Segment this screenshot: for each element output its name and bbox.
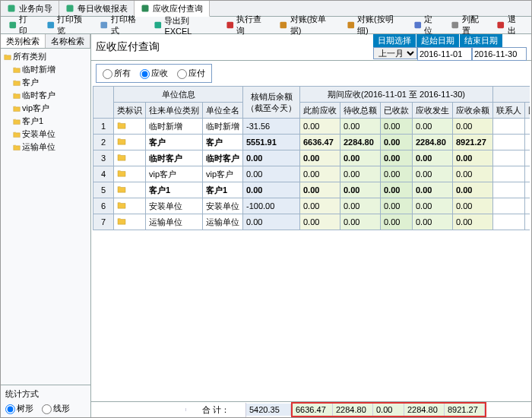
toolbar-0[interactable]: 打印 [4, 18, 40, 32]
total-prev: 6636.47 [293, 404, 333, 416]
table-row[interactable]: 2 客户客户 5551.91 6636.472284.80 0.002284.8… [93, 135, 530, 150]
date-start-input[interactable] [417, 47, 472, 61]
folder-icon [13, 66, 21, 74]
tree-node[interactable]: 所有类别 [1, 50, 90, 63]
col-group-period: 期间应收(2016-11-01 至 2016-11-30) [300, 87, 493, 103]
svg-rect-0 [8, 5, 15, 12]
table-row[interactable]: 5 客户1客户1 0.00 0.000.00 0.000.000.00 [93, 182, 530, 198]
toolbar-2[interactable]: 打印格式 [95, 18, 147, 32]
total-label: 合 计： [186, 403, 246, 417]
table-row[interactable]: 1 临时新增临时新增 -31.56 0.000.00 0.000.000.00 [93, 119, 530, 135]
date-end-input[interactable] [472, 47, 527, 61]
folder-icon [13, 144, 21, 151]
col-header[interactable]: 应收余额 [453, 103, 493, 119]
stat-title: 统计方式 [5, 388, 86, 400]
radio-pay[interactable]: 应付 [177, 68, 205, 79]
toolbar-4[interactable]: 执行查询 [221, 18, 274, 32]
col-header[interactable]: 单位全名 [203, 103, 243, 119]
mark-icon [114, 198, 146, 214]
toolbar-9[interactable]: 退出 [492, 18, 528, 32]
left-tab[interactable]: 类别检索 [1, 34, 46, 48]
tree-node[interactable]: vip客户 [1, 102, 90, 115]
mark-icon [114, 166, 146, 182]
svg-rect-10 [414, 22, 421, 29]
total-rem: 8921.27 [445, 404, 485, 416]
folder-icon [13, 105, 21, 112]
svg-rect-1 [67, 5, 74, 12]
tree-node[interactable]: 客户 [1, 76, 90, 89]
tree-node[interactable]: 客户1 [1, 115, 90, 128]
table-row[interactable]: 3 临时客户临时客户 0.00 0.000.00 0.000.000.00 [93, 150, 530, 166]
radio-recv[interactable]: 应收 [140, 68, 168, 79]
mark-icon [114, 119, 146, 135]
col-header[interactable]: 固定电话 [525, 103, 530, 119]
radio-all[interactable]: 所有 [103, 68, 131, 79]
svg-rect-8 [280, 22, 287, 29]
svg-rect-9 [347, 22, 354, 29]
total-occ: 2284.80 [404, 404, 445, 416]
stat-line-radio[interactable]: 线形 [42, 404, 70, 413]
mark-icon [114, 150, 146, 166]
tree-node[interactable]: 临时新增 [1, 63, 90, 76]
total-paid: 0.00 [373, 404, 404, 416]
folder-icon [13, 92, 21, 100]
col-group-contact: 联系方式 [493, 87, 530, 103]
table-row[interactable]: 4 vip客户vip客户 0.00 0.000.00 0.000.000.00 [93, 166, 530, 182]
tree-node[interactable]: 临时客户 [1, 89, 90, 102]
folder-icon [13, 131, 21, 138]
col-header[interactable]: 往来单位类别 [146, 103, 203, 119]
col-group-unit: 单位信息 [114, 87, 243, 103]
page-title: 应收应付查询 [96, 40, 160, 54]
svg-rect-6 [154, 22, 161, 29]
mark-icon [114, 135, 146, 150]
folder-icon [4, 53, 11, 61]
svg-rect-11 [452, 22, 459, 29]
folder-icon [13, 118, 21, 125]
col-header[interactable]: 已收款 [381, 103, 413, 119]
col-header[interactable]: 待收总额 [340, 103, 381, 119]
toolbar-8[interactable]: 列配置 [446, 18, 490, 32]
total-bal: 5420.35 [246, 404, 291, 416]
date-hdr-start: 起始日期 [416, 34, 460, 47]
date-month-select[interactable]: 上一月 [373, 47, 417, 59]
folder-icon [13, 79, 21, 87]
date-hdr-end: 结束日期 [460, 34, 503, 47]
col-header[interactable]: 应收发生 [413, 103, 453, 119]
col-header[interactable]: 联系人 [493, 103, 525, 119]
col-balance: 核销后余额 （截至今天） [243, 87, 300, 119]
svg-rect-5 [101, 22, 108, 29]
tree-node[interactable]: 运输单位 [1, 141, 90, 154]
table-row[interactable]: 6 安装单位安装单位 -100.00 0.000.00 0.000.000.00 [93, 198, 530, 214]
tree-node[interactable]: 安装单位 [1, 128, 90, 141]
toolbar-3[interactable]: 导出到EXCEL [149, 18, 220, 32]
toolbar-5[interactable]: 对账(按单据) [274, 18, 340, 32]
toolbar-1[interactable]: 打印预览 [42, 18, 94, 32]
svg-rect-2 [142, 5, 149, 12]
left-tab[interactable]: 名称检索 [46, 34, 90, 48]
svg-rect-4 [47, 22, 54, 29]
total-due: 2284.80 [333, 404, 373, 416]
col-header[interactable]: 类标识 [114, 103, 146, 119]
toolbar-6[interactable]: 对账(按明细) [342, 18, 407, 32]
svg-rect-12 [498, 22, 505, 29]
date-hdr-choose: 日期选择 [373, 34, 416, 47]
toolbar-7[interactable]: 定位 [409, 18, 445, 32]
mark-icon [114, 214, 146, 230]
stat-tree-radio[interactable]: 树形 [5, 404, 33, 413]
col-header[interactable]: 此前应收 [300, 103, 340, 119]
table-row[interactable]: 7 运输单位运输单位 0.00 0.000.00 0.000.000.00 [93, 214, 530, 230]
svg-rect-7 [226, 22, 233, 29]
svg-rect-3 [9, 22, 16, 29]
mark-icon [114, 182, 146, 198]
